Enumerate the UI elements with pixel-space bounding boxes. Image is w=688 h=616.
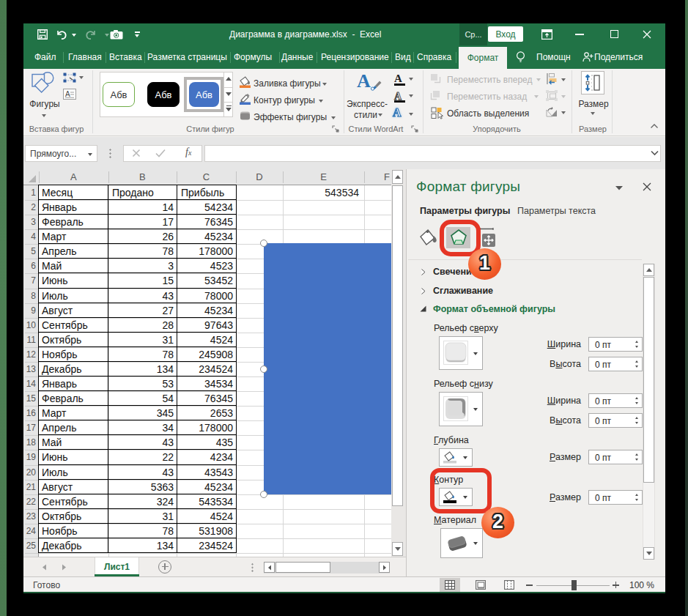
svg-text:A: A (65, 90, 70, 98)
svg-text:А: А (393, 106, 402, 119)
